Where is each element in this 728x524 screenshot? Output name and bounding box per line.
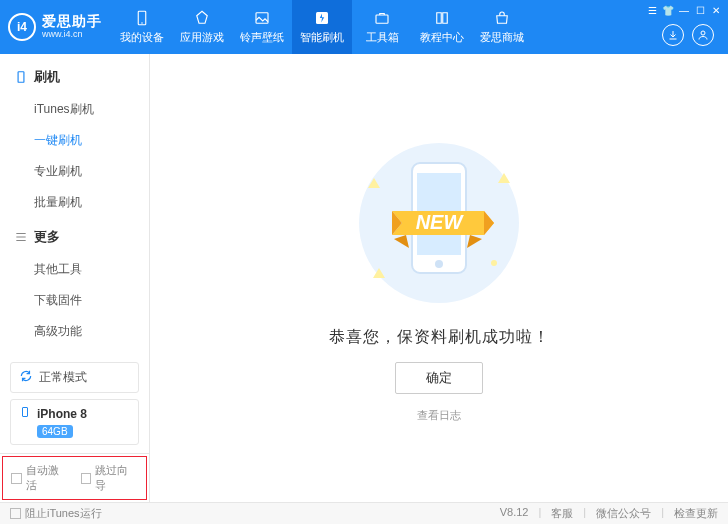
download-icon[interactable] [662, 24, 684, 46]
sidebar-item-download-firmware[interactable]: 下载固件 [34, 285, 149, 316]
device-mode-label: 正常模式 [39, 369, 87, 386]
device-storage-badge: 64GB [37, 425, 73, 438]
confirm-button[interactable]: 确定 [395, 362, 483, 394]
sidebar-item-batch-flash[interactable]: 批量刷机 [34, 187, 149, 218]
refresh-icon [19, 369, 33, 386]
device-phone-icon [19, 406, 31, 421]
device-name: iPhone 8 [37, 407, 87, 421]
nav: 我的设备 应用游戏 铃声壁纸 智能刷机 工具箱 教程中心 爱思商城 [112, 0, 646, 54]
highlighted-options: 自动激活 跳过向导 [2, 456, 147, 500]
svg-rect-7 [23, 408, 28, 417]
store-icon [493, 9, 511, 27]
footer: 阻止iTunes运行 V8.12 | 客服 | 微信公众号 | 检查更新 [0, 502, 728, 524]
checkbox-icon [10, 508, 21, 519]
nav-apps-games[interactable]: 应用游戏 [172, 0, 232, 54]
flash-icon [313, 9, 331, 27]
phone-icon [133, 9, 151, 27]
nav-smart-flash[interactable]: 智能刷机 [292, 0, 352, 54]
image-icon [253, 9, 271, 27]
sidebar-item-pro-flash[interactable]: 专业刷机 [34, 156, 149, 187]
success-message: 恭喜您，保资料刷机成功啦！ [329, 327, 550, 348]
new-label: NEW [416, 211, 465, 233]
checkbox-skip-guide[interactable]: 跳过向导 [81, 463, 139, 493]
user-icon[interactable] [692, 24, 714, 46]
svg-point-15 [435, 260, 443, 268]
minimize-icon[interactable]: — [678, 4, 690, 16]
nav-ringtones-wallpapers[interactable]: 铃声壁纸 [232, 0, 292, 54]
version-label: V8.12 [500, 506, 529, 521]
maximize-icon[interactable]: ☐ [694, 4, 706, 16]
sidebar-item-advanced[interactable]: 高级功能 [34, 316, 149, 347]
device-mode-box[interactable]: 正常模式 [10, 362, 139, 393]
support-link[interactable]: 客服 [551, 506, 573, 521]
close-icon[interactable]: ✕ [710, 4, 722, 16]
nav-tutorials[interactable]: 教程中心 [412, 0, 472, 54]
sidebar-section-more[interactable]: 更多 [0, 224, 149, 254]
view-log-link[interactable]: 查看日志 [417, 408, 461, 423]
sidebar: 刷机 iTunes刷机 一键刷机 专业刷机 批量刷机 更多 其他工具 下载固件 … [0, 54, 150, 502]
checkbox-icon [81, 473, 92, 484]
success-illustration: NEW [334, 133, 544, 313]
brand-name: 爱思助手 [42, 14, 102, 29]
book-icon [433, 9, 451, 27]
list-icon [14, 230, 28, 244]
checkbox-block-itunes[interactable]: 阻止iTunes运行 [10, 506, 102, 521]
sidebar-item-itunes-flash[interactable]: iTunes刷机 [34, 94, 149, 125]
sidebar-item-other-tools[interactable]: 其他工具 [34, 254, 149, 285]
check-update-link[interactable]: 检查更新 [674, 506, 718, 521]
checkbox-icon [11, 473, 22, 484]
logo[interactable]: i4 爱思助手 www.i4.cn [0, 0, 112, 54]
svg-point-12 [491, 260, 497, 266]
toolbox-icon [373, 9, 391, 27]
menu-icon[interactable]: ☰ [646, 4, 658, 16]
options-row: 自动激活 跳过向导 [0, 453, 149, 502]
svg-point-1 [141, 22, 143, 24]
brand-url: www.i4.cn [42, 30, 102, 40]
nav-my-device[interactable]: 我的设备 [112, 0, 172, 54]
skin-icon[interactable]: 👕 [662, 4, 674, 16]
svg-rect-4 [376, 15, 388, 23]
device-box[interactable]: iPhone 8 64GB [10, 399, 139, 445]
main-content: NEW 恭喜您，保资料刷机成功啦！ 确定 查看日志 [150, 54, 728, 502]
nav-store[interactable]: 爱思商城 [472, 0, 532, 54]
sidebar-section-flash[interactable]: 刷机 [0, 64, 149, 94]
wechat-link[interactable]: 微信公众号 [596, 506, 651, 521]
logo-icon: i4 [8, 13, 36, 41]
svg-point-5 [701, 31, 705, 35]
header: i4 爱思助手 www.i4.cn 我的设备 应用游戏 铃声壁纸 智能刷机 工具… [0, 0, 728, 54]
checkbox-auto-activate[interactable]: 自动激活 [11, 463, 69, 493]
apps-icon [193, 9, 211, 27]
sidebar-item-oneclick-flash[interactable]: 一键刷机 [34, 125, 149, 156]
nav-toolbox[interactable]: 工具箱 [352, 0, 412, 54]
svg-rect-6 [18, 72, 24, 83]
phone-outline-icon [14, 70, 28, 84]
